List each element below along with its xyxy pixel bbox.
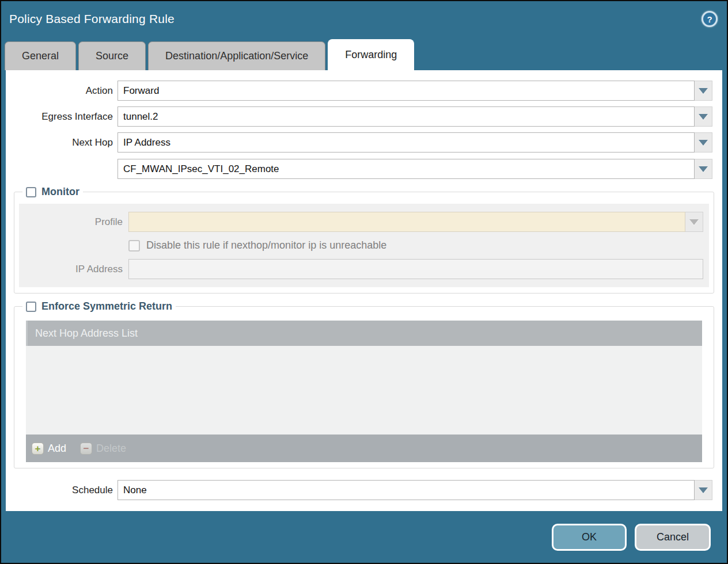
schedule-value[interactable]: None — [117, 480, 695, 500]
next-hop-address-dropdown-button[interactable] — [695, 159, 712, 179]
next-hop-address-value[interactable]: CF_MWAN_IPsec_VTI_02_Remote — [117, 159, 695, 179]
next-hop-address-table-body[interactable] — [26, 346, 702, 435]
schedule-dropdown-button[interactable] — [695, 480, 712, 500]
profile-value — [128, 212, 685, 232]
action-dropdown-button[interactable] — [695, 81, 712, 101]
help-icon[interactable]: ? — [702, 11, 718, 27]
chevron-down-icon — [699, 140, 708, 146]
tab-content-forwarding: Action Forward Egress Interface tunnel.2… — [6, 70, 722, 511]
profile-label: Profile — [19, 216, 128, 228]
next-hop-dropdown-button[interactable] — [695, 132, 712, 153]
symmetric-return-checkbox[interactable] — [26, 302, 36, 312]
action-select: Forward — [117, 81, 712, 101]
next-hop-value[interactable]: IP Address — [117, 132, 695, 153]
tab-forwarding[interactable]: Forwarding — [328, 39, 414, 70]
next-hop-address-table-toolbar: + Add − Delete — [26, 435, 702, 462]
monitor-panel: Profile Disable this rule if nexthop/mon… — [19, 204, 709, 287]
schedule-label: Schedule — [6, 485, 117, 496]
egress-interface-value[interactable]: tunnel.2 — [117, 106, 695, 127]
profile-dropdown-button — [685, 212, 703, 232]
monitor-ip-address-label: IP Address — [19, 264, 128, 275]
cancel-button[interactable]: Cancel — [635, 524, 711, 551]
chevron-down-icon — [699, 88, 708, 94]
ok-button[interactable]: OK — [552, 524, 627, 551]
delete-icon: − — [80, 443, 92, 455]
egress-interface-label: Egress Interface — [6, 111, 117, 123]
next-hop-label: Next Hop — [6, 137, 117, 148]
disable-rule-checkbox — [128, 240, 140, 251]
egress-interface-dropdown-button[interactable] — [695, 106, 712, 127]
dialog-titlebar: Policy Based Forwarding Rule ? — [1, 1, 727, 37]
disable-rule-label: Disable this rule if nexthop/monitor ip … — [146, 239, 386, 251]
action-row: Action Forward — [6, 81, 722, 101]
disable-rule-control: Disable this rule if nexthop/monitor ip … — [128, 239, 386, 251]
delete-button-label: Delete — [96, 443, 126, 455]
action-value[interactable]: Forward — [117, 81, 695, 101]
monitor-ip-address-row: IP Address — [19, 259, 709, 279]
egress-interface-row: Egress Interface tunnel.2 — [6, 106, 722, 127]
schedule-row: Schedule None — [6, 480, 722, 500]
tab-bar: General Source Destination/Application/S… — [1, 37, 727, 70]
egress-interface-select: tunnel.2 — [117, 106, 712, 127]
next-hop-address-table: Next Hop Address List + Add − Delete — [26, 321, 702, 462]
chevron-down-icon — [689, 219, 699, 225]
next-hop-select: IP Address — [117, 132, 712, 153]
delete-button: − Delete — [80, 443, 126, 455]
next-hop-address-select: CF_MWAN_IPsec_VTI_02_Remote — [117, 159, 712, 179]
monitor-section-label: Monitor — [41, 186, 79, 198]
symmetric-return-section-label: Enforce Symmetric Return — [41, 300, 172, 313]
disable-rule-row: Disable this rule if nexthop/monitor ip … — [19, 239, 709, 251]
profile-select — [128, 212, 703, 232]
dialog-title: Policy Based Forwarding Rule — [9, 12, 175, 26]
next-hop-address-row: CF_MWAN_IPsec_VTI_02_Remote — [6, 159, 722, 179]
next-hop-address-table-header: Next Hop Address List — [26, 321, 702, 346]
monitor-legend: Monitor — [22, 186, 83, 198]
chevron-down-icon — [699, 487, 708, 493]
profile-row: Profile — [19, 212, 709, 232]
add-button-label: Add — [48, 443, 66, 455]
monitor-section: Monitor Profile Disable th — [14, 186, 714, 294]
tab-source[interactable]: Source — [78, 41, 146, 70]
add-icon: + — [32, 443, 44, 455]
schedule-select: None — [117, 480, 712, 500]
monitor-ip-address-input — [128, 259, 703, 279]
symmetric-return-section: Enforce Symmetric Return Next Hop Addres… — [14, 300, 714, 468]
chevron-down-icon — [699, 166, 708, 172]
tab-general[interactable]: General — [5, 41, 76, 70]
dialog-footer: OK Cancel — [1, 511, 727, 563]
monitor-checkbox[interactable] — [26, 187, 36, 197]
add-button[interactable]: + Add — [32, 443, 66, 455]
monitor-ip-address-input-wrap — [128, 259, 703, 279]
symmetric-return-legend: Enforce Symmetric Return — [22, 300, 176, 313]
action-label: Action — [6, 85, 117, 97]
chevron-down-icon — [699, 114, 708, 120]
next-hop-row: Next Hop IP Address — [6, 132, 722, 153]
pbf-rule-dialog: Policy Based Forwarding Rule ? General S… — [0, 0, 728, 564]
tab-destination-application-service[interactable]: Destination/Application/Service — [148, 41, 325, 70]
